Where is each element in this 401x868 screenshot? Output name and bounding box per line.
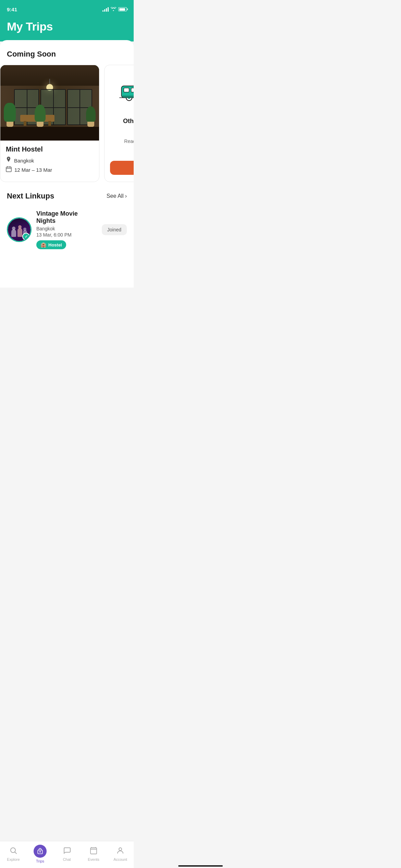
linkup-tag-label: Hostel bbox=[48, 242, 62, 248]
linkup-item[interactable]: ✓ Vintage Movie Nights Bangkok 13 Mar, 6… bbox=[0, 206, 134, 253]
trip-card-name: Mint Hostel bbox=[6, 145, 94, 153]
linkup-time: 13 Mar, 6:00 PM bbox=[36, 232, 97, 238]
wifi-icon bbox=[111, 7, 116, 12]
svg-rect-0 bbox=[6, 167, 11, 172]
hostel-tag-icon: 🏨 bbox=[40, 242, 46, 248]
linkup-location: Bangkok bbox=[36, 226, 97, 231]
linkup-tag: 🏨 Hostel bbox=[36, 240, 66, 249]
trip-card-dates: 12 Mar – 13 Mar bbox=[6, 166, 94, 173]
next-linkups-header: Next Linkups See All › bbox=[0, 182, 134, 206]
main-content: Coming Soon bbox=[0, 40, 134, 288]
joined-badge: Joined bbox=[102, 224, 127, 235]
status-icons bbox=[102, 7, 127, 12]
trip-card-mint-hostel[interactable]: Mint Hostel Bangkok bbox=[0, 65, 99, 182]
linkup-info: Vintage Movie Nights Bangkok 13 Mar, 6:0… bbox=[36, 210, 97, 249]
trip-card-location: Bangkok bbox=[6, 157, 94, 164]
see-all-label: See All bbox=[107, 193, 124, 199]
battery-icon bbox=[118, 7, 127, 11]
svg-rect-16 bbox=[131, 88, 134, 92]
linkup-avatar: ✓ bbox=[7, 217, 32, 242]
trip-cards-scroll[interactable]: Mint Hostel Bangkok bbox=[0, 65, 134, 182]
calendar-icon bbox=[6, 166, 12, 173]
promo-title: Others are bbox=[123, 118, 134, 125]
coming-soon-title: Coming Soon bbox=[7, 50, 127, 59]
promo-subtitle: Ready to star bbox=[124, 138, 134, 144]
bus-illustration bbox=[118, 72, 134, 103]
next-linkups-title: Next Linkups bbox=[7, 192, 54, 201]
status-bar: 9:41 bbox=[0, 0, 134, 16]
page-header: My Trips bbox=[0, 16, 134, 41]
trip-card-image bbox=[0, 65, 99, 141]
page-title: My Trips bbox=[7, 20, 127, 33]
promo-card[interactable]: Others are Ready to star Le bbox=[104, 65, 134, 182]
chevron-right-icon: › bbox=[125, 193, 127, 199]
coming-soon-section: Coming Soon bbox=[0, 50, 134, 59]
signal-icon bbox=[102, 7, 109, 12]
see-all-link[interactable]: See All › bbox=[107, 193, 127, 199]
trip-card-body: Mint Hostel Bangkok bbox=[0, 141, 99, 182]
promo-button[interactable]: Le bbox=[110, 161, 134, 175]
check-badge: ✓ bbox=[22, 233, 30, 240]
svg-rect-15 bbox=[124, 88, 129, 92]
status-time: 9:41 bbox=[7, 7, 17, 12]
location-icon bbox=[6, 157, 11, 164]
linkup-name: Vintage Movie Nights bbox=[36, 210, 97, 225]
